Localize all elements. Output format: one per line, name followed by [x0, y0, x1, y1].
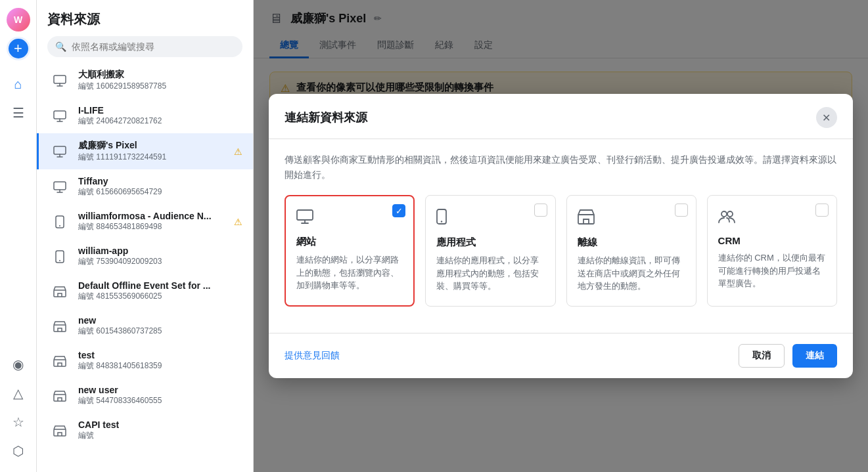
source-item-source-2[interactable]: I-LIFE 編號 240642720821762 [37, 98, 253, 133]
warning-icon: ⚠ [234, 146, 242, 157]
option-name-website: 網站 [296, 236, 316, 248]
option-icon-crm [718, 209, 735, 227]
source-type-icon [49, 420, 70, 441]
search-input[interactable] [72, 41, 235, 52]
svg-rect-1 [54, 111, 66, 119]
nav-analytics[interactable]: △ [5, 380, 32, 406]
modal-header: 連結新資料來源 ✕ [269, 94, 852, 139]
option-card-offline[interactable]: 離線 連結你的離線資訊，即可傳送在商店中或網頁之外任何地方發生的動態。 [566, 195, 697, 307]
source-item-source-11[interactable]: CAPI test 編號 [37, 413, 253, 448]
svg-rect-13 [297, 210, 313, 220]
page-title: 資料來源 [47, 11, 242, 28]
option-checkbox-app [534, 204, 547, 217]
source-item-name: Tiffany [78, 176, 242, 186]
feedback-link[interactable]: 提供意見回饋 [285, 350, 340, 362]
modal-actions: 取消 連結 [739, 344, 837, 368]
source-type-icon [49, 106, 70, 127]
option-desc-offline: 連結你的離線資訊，即可傳送在商店中或網頁之外任何地方發生的動態。 [578, 254, 685, 293]
source-item-source-8[interactable]: new 編號 601543860737285 [37, 309, 253, 343]
source-item-name: CAPI test [78, 419, 242, 430]
source-type-icon [49, 70, 70, 91]
option-card-app[interactable]: 應用程式 連結你的應用程式，以分享應用程式內的動態，包括安裝、購買等等。 [425, 195, 555, 307]
option-desc-website: 連結你的網站，以分享網路上的動態，包括瀏覽內容、加到購物車等等。 [296, 253, 403, 292]
svg-rect-0 [54, 75, 66, 83]
source-item-id: 編號 601543860737285 [78, 326, 242, 337]
main-container: 資料來源 🔍 大順利搬家 編號 1606291589587785 I-LIFE … [37, 0, 868, 472]
source-item-name: test [78, 350, 242, 360]
option-card-crm[interactable]: CRM 連結你的 CRM，以便向最有可能進行轉換的用戶投遞名單型廣告。 [707, 195, 837, 307]
source-type-icon [49, 246, 70, 267]
modal-overlay: 連結新資料來源 ✕ 傳送顧客與你商家互動情形的相關資訊，然後這項資訊便能用來建立… [254, 0, 868, 472]
warning-icon: ⚠ [234, 217, 242, 227]
source-item-name: 威廉獅's Pixel [78, 140, 226, 152]
modal-footer: 提供意見回饋 取消 連結 [269, 333, 852, 378]
source-item-source-7[interactable]: Default Offline Event Set for ... 編號 481… [37, 274, 253, 309]
source-item-text: CAPI test 編號 [78, 419, 242, 441]
search-icon: 🔍 [55, 41, 66, 52]
source-item-source-5[interactable]: williamformosa - Audience N... 編號 884653… [37, 204, 253, 239]
source-item-source-9[interactable]: test 編號 848381405618359 [37, 343, 253, 378]
source-item-name: new user [78, 385, 242, 395]
search-box: 🔍 [47, 36, 242, 57]
source-type-icon [49, 385, 70, 406]
source-item-text: I-LIFE 編號 240642720821762 [78, 105, 242, 127]
source-item-text: williamformosa - Audience N... 編號 884653… [78, 211, 226, 232]
source-item-name: new [78, 315, 242, 326]
option-checkbox-offline [675, 204, 688, 217]
source-item-id: 編號 481553569066025 [78, 291, 242, 302]
left-panel: 資料來源 🔍 大順利搬家 編號 1606291589587785 I-LIFE … [37, 0, 254, 472]
nav-star[interactable]: ☆ [5, 409, 32, 435]
cancel-button[interactable]: 取消 [739, 344, 785, 368]
source-type-icon [49, 141, 70, 162]
source-item-id: 編號 1606291589587785 [78, 81, 242, 92]
option-desc-crm: 連結你的 CRM，以便向最有可能進行轉換的用戶投遞名單型廣告。 [718, 251, 826, 290]
option-desc-app: 連結你的應用程式，以分享應用程式內的動態，包括安裝、購買等等。 [436, 254, 544, 293]
source-item-text: 大順利搬家 編號 1606291589587785 [78, 69, 242, 92]
nav-home[interactable]: ⌂ [5, 71, 32, 97]
svg-point-15 [441, 221, 442, 222]
option-checkbox-website: ✓ [392, 204, 405, 217]
source-item-name: william-app [78, 246, 242, 256]
option-card-website[interactable]: ✓ 網站 連結你的網站，以分享網路上的動態，包括瀏覽內容、加到購物車等等。 [285, 195, 415, 307]
source-item-text: new user 編號 544708336460555 [78, 385, 242, 406]
source-item-text: Default Offline Event Set for ... 編號 481… [78, 280, 242, 302]
option-icon-offline [578, 209, 595, 228]
source-item-source-6[interactable]: william-app 編號 753904092009203 [37, 239, 253, 274]
nav-menu[interactable]: ☰ [5, 100, 32, 126]
svg-point-7 [59, 260, 60, 261]
source-item-id: 編號 753904092009203 [78, 256, 242, 267]
svg-point-17 [721, 211, 727, 217]
source-item-source-3[interactable]: 威廉獅's Pixel 編號 1111911732244591 ⚠ [37, 133, 253, 169]
option-name-crm: CRM [718, 235, 741, 246]
source-item-source-4[interactable]: Tiffany 編號 615660695654729 [37, 169, 253, 204]
source-type-icon [49, 351, 70, 372]
source-item-source-1[interactable]: 大順利搬家 編號 1606291589587785 [37, 62, 253, 98]
modal-close-button[interactable]: ✕ [816, 107, 837, 128]
add-button[interactable]: + [7, 37, 30, 60]
source-item-text: william-app 編號 753904092009203 [78, 246, 242, 267]
modal-title: 連結新資料來源 [285, 110, 367, 125]
source-item-id: 編號 [78, 430, 242, 441]
source-item-name: Default Offline Event Set for ... [78, 280, 242, 291]
source-item-name: 大順利搬家 [78, 69, 242, 81]
source-type-icon [49, 177, 70, 198]
svg-point-18 [727, 211, 733, 217]
option-checkbox-crm [815, 204, 829, 217]
connect-button[interactable]: 連結 [792, 344, 837, 368]
source-type-icon [49, 211, 70, 232]
right-panel: 🖥 威廉獅's Pixel ✏ 總覽測試事件問題診斷紀錄設定 ⚠ 查看你的像素可… [254, 0, 868, 472]
source-type-icon [49, 316, 70, 337]
source-item-source-10[interactable]: new user 編號 544708336460555 [37, 378, 253, 413]
options-grid: ✓ 網站 連結你的網站，以分享網路上的動態，包括瀏覽內容、加到購物車等等。 應用… [285, 195, 836, 307]
nav-tags[interactable]: ⬡ [5, 438, 32, 464]
source-item-text: Tiffany 編號 615660695654729 [78, 176, 242, 198]
source-item-id: 編號 848381405618359 [78, 360, 242, 372]
option-name-offline: 離線 [578, 236, 597, 249]
source-list: 大順利搬家 編號 1606291589587785 I-LIFE 編號 2406… [37, 62, 253, 472]
nav-globe[interactable]: ◉ [5, 351, 32, 377]
user-avatar[interactable]: W [7, 8, 30, 32]
svg-rect-2 [54, 146, 66, 154]
sidebar-nav: W + ⌂ ☰ ◉ △ ☆ ⬡ [0, 0, 37, 472]
source-item-id: 編號 615660695654729 [78, 186, 242, 198]
option-icon-app [436, 209, 447, 228]
